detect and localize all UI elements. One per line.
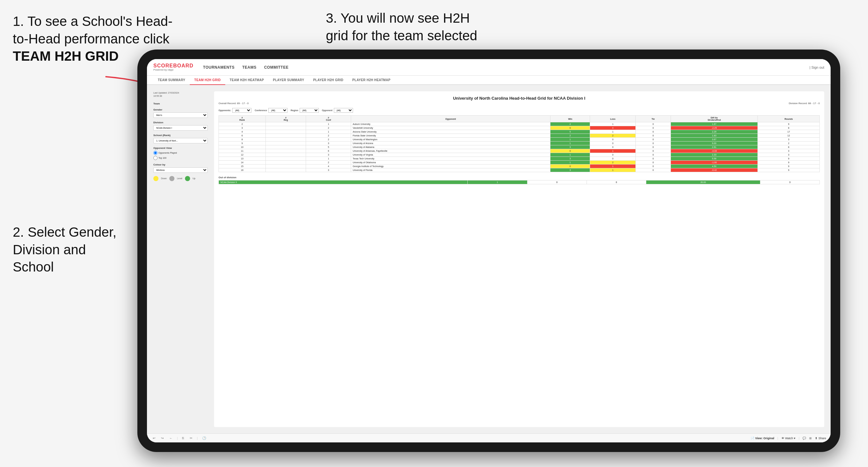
cell-opponent: University of Washington xyxy=(351,138,551,142)
copy-btn[interactable]: ⎘ xyxy=(181,436,185,440)
cell-tie: 0 xyxy=(636,164,671,168)
cell-rounds: 9 xyxy=(758,122,820,126)
table-row: 6 2 Florida State University 2 2 0 1.83 … xyxy=(219,134,820,138)
table-row: 15 4 Georgia Institute of Technology 0 1… xyxy=(219,164,820,168)
subnav-player-summary[interactable]: PLAYER SUMMARY xyxy=(268,76,309,85)
cell-loss: 1 xyxy=(590,168,636,172)
cell-opponent: Georgia Institute of Technology xyxy=(351,164,551,168)
right-content: University of North Carolina Head-to-Hea… xyxy=(214,91,824,427)
tablet-device: SCOREBOARD Powered by clippi TOURNAMENTS… xyxy=(137,50,840,452)
cell-reg xyxy=(266,134,306,138)
subnav-team-h2h-grid[interactable]: TEAM H2H GRID xyxy=(190,76,225,85)
opponents-select[interactable]: (All) xyxy=(232,108,251,113)
cell-loss: 0 xyxy=(590,138,636,142)
colour-by-label: Colour by xyxy=(153,163,208,166)
table-row: 4 1 Arizona State University 5 1 0 2.29 … xyxy=(219,130,820,134)
clock-btn[interactable]: 🕐 xyxy=(201,436,207,440)
cell-rounds: 3 xyxy=(758,153,820,157)
undo-btn[interactable]: ↩ xyxy=(151,436,157,440)
cell-win: 0 xyxy=(551,164,590,168)
cell-reg xyxy=(266,122,306,126)
cell-tie: 0 xyxy=(636,168,671,172)
cell-diff: 1.67 xyxy=(671,122,758,126)
cell-diff: 2.29 xyxy=(671,130,758,134)
cell-loss: 4 xyxy=(590,126,636,130)
nav-tournaments[interactable]: TOURNAMENTS xyxy=(203,65,235,70)
conference-filter: Opponents: (All) xyxy=(219,108,251,113)
subnav-team-h2h-heatmap[interactable]: TEAM H2H HEATMAP xyxy=(225,76,268,85)
sign-out-link[interactable]: | Sign out xyxy=(809,65,824,69)
comment-btn[interactable]: 💬 xyxy=(803,437,806,440)
ann1-bold: TEAM H2H GRID xyxy=(13,49,119,64)
gender-select[interactable]: Men's xyxy=(153,113,208,118)
cell-rank: 11 xyxy=(219,149,266,153)
cell-tie: 0 xyxy=(636,130,671,134)
cell-rank: 10 xyxy=(219,145,266,149)
left-panel: Last Updated: 27/03/2024 16:55:38 Team G… xyxy=(153,91,208,427)
legend-level-dot xyxy=(169,176,175,181)
nav-committee[interactable]: COMMITTEE xyxy=(264,65,289,70)
division-record: Division Record: 88 - 17 - 0 xyxy=(789,102,820,105)
ood-win: 1 xyxy=(468,181,527,184)
cell-rounds: 3 xyxy=(758,149,820,153)
cell-win: 1 xyxy=(551,161,590,164)
cell-rank: 3 xyxy=(219,126,266,130)
color-legend: Down Level Up xyxy=(153,176,208,181)
opponent-filter-label: Opponent xyxy=(322,109,333,112)
col-rounds: Rounds xyxy=(758,116,820,122)
colour-by-select[interactable]: Win/loss xyxy=(153,167,208,173)
conference-select[interactable]: (All) xyxy=(268,108,287,113)
region-group: Region (All) xyxy=(291,108,319,113)
cell-rank: 14 xyxy=(219,161,266,164)
cell-reg xyxy=(266,142,306,145)
ann2-line3: School xyxy=(13,259,54,274)
view-original-btn[interactable]: 📄 View: Original xyxy=(751,437,774,440)
nav-teams[interactable]: TEAMS xyxy=(242,65,256,70)
cell-rounds: 3 xyxy=(758,138,820,142)
grid-btn[interactable]: ⊞ xyxy=(809,437,812,440)
legend-down-label: Down xyxy=(161,177,167,180)
watch-btn[interactable]: 👁 Watch ▾ xyxy=(781,437,796,440)
cell-rank: 13 xyxy=(219,157,266,161)
cell-rounds: 8 xyxy=(758,126,820,130)
cell-rank: 15 xyxy=(219,164,266,168)
cell-rank: 12 xyxy=(219,153,266,157)
division-select[interactable]: NCAA Division I xyxy=(153,125,208,131)
cell-opponent: Auburn University xyxy=(351,122,551,126)
sep2: | xyxy=(197,437,197,440)
share-btn[interactable]: ⬆ Share xyxy=(815,437,826,440)
table-row: 12 3 University of Virginia 1 0 0 2.33 3 xyxy=(219,153,820,157)
cell-diff: 2.61 xyxy=(671,145,758,149)
cell-loss: 2 xyxy=(590,161,636,164)
subnav-team-summary[interactable]: TEAM SUMMARY xyxy=(153,76,190,85)
back-btn[interactable]: ← xyxy=(168,436,174,440)
cell-conf: 2 xyxy=(306,126,351,130)
colour-by-section: Colour by Win/loss xyxy=(153,163,208,173)
table-row: 11 6 University of Arkansas, Fayettevill… xyxy=(219,149,820,153)
overall-record: Overall Record: 89 - 17 - 0 xyxy=(219,102,249,105)
region-select[interactable]: (All) xyxy=(300,108,319,113)
subnav-player-h2h-grid[interactable]: PLAYER H2H GRID xyxy=(309,76,348,85)
cell-diff: 2.33 xyxy=(671,153,758,157)
cell-loss: 1 xyxy=(590,122,636,126)
cell-conf: 3 xyxy=(306,153,351,157)
radio-opponents-played[interactable]: Opponents Played xyxy=(153,151,208,155)
school-select[interactable]: 1. University of Nort... xyxy=(153,138,208,144)
sep1: | xyxy=(177,437,178,440)
cell-rounds: 9 xyxy=(758,164,820,168)
cell-win: 2 xyxy=(551,122,590,126)
opponent-select[interactable]: (All) xyxy=(334,108,353,113)
cell-rounds: 17 xyxy=(758,130,820,134)
subnav-player-h2h-heatmap[interactable]: PLAYER H2H HEATMAP xyxy=(348,76,395,85)
redo-btn[interactable]: ↪ xyxy=(160,436,165,440)
cut-btn[interactable]: ✂ xyxy=(188,436,194,440)
cell-loss: 0 xyxy=(590,142,636,145)
filter-row: Opponents: (All) Conference (All) Region… xyxy=(219,108,820,113)
cell-loss: 1 xyxy=(590,149,636,153)
cell-win: 3 xyxy=(551,145,590,149)
ood-rounds: 3 xyxy=(760,181,819,184)
cell-diff: -4.33 xyxy=(671,149,758,153)
cell-rounds: 9 xyxy=(758,168,820,172)
radio-top100[interactable]: Top 100 xyxy=(153,156,208,160)
team-label: Team xyxy=(153,102,208,105)
